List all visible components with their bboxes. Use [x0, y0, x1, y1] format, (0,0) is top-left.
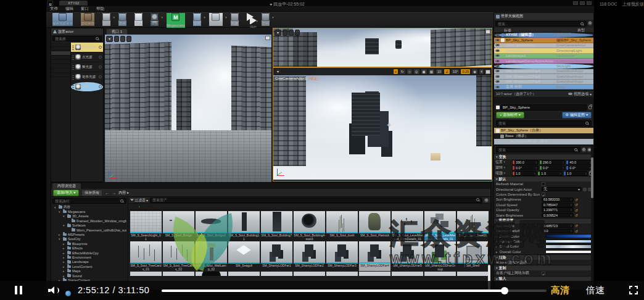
visibility-eye-icon[interactable]: [495, 34, 500, 36]
color-swatch[interactable]: [545, 234, 592, 238]
toolbar-button[interactable]: 设置: [151, 13, 159, 26]
section-transform[interactable]: 变换: [494, 154, 593, 159]
world-space-icon[interactable]: ◎: [413, 69, 420, 75]
drag-handle-icon[interactable]: [72, 55, 74, 60]
viewport-menu-button[interactable]: [295, 30, 300, 36]
placeable-actor[interactable]: 聚光源: [71, 62, 103, 72]
folder-tree-item[interactable]: ▾ 内容: [52, 205, 126, 209]
reset-icon[interactable]: ↺: [575, 223, 578, 228]
visibility-eye-icon[interactable]: [495, 70, 500, 72]
component-row[interactable]: BP_Sky_Sphere（自身）: [494, 128, 593, 133]
actor-name-field[interactable]: BP_Sky_Sphere: [501, 104, 587, 110]
place-category[interactable]: [51, 56, 70, 60]
content-browser-tab[interactable]: 内容浏览器: [52, 183, 81, 189]
asset-item[interactable]: SM_ShantyLODFar2: [294, 241, 325, 271]
folder-tree-item[interactable]: ▾ SoulCity: [52, 237, 126, 241]
menu-item[interactable]: 文件: [50, 6, 58, 12]
expander-icon[interactable]: ▸: [63, 256, 66, 259]
viewport-menu-button[interactable]: [283, 30, 287, 36]
expander-icon[interactable]: ▾: [59, 237, 62, 241]
rotate-tool-icon[interactable]: ↻: [399, 69, 406, 75]
outliner-row[interactable]: BP_Sky_Sphere 编辑BP_Sky_Sphere: [494, 38, 593, 43]
location-z-field[interactable]: 40.0↕: [566, 160, 592, 165]
filter-chip[interactable]: [147, 206, 154, 207]
asset-search-input[interactable]: [152, 198, 476, 202]
place-category[interactable]: [51, 60, 70, 64]
info-icon[interactable]: [99, 75, 102, 78]
folder-tree-item[interactable]: ▸ Effects: [52, 246, 126, 251]
place-category[interactable]: [51, 64, 70, 69]
drag-handle-icon[interactable]: [72, 75, 74, 80]
info-icon[interactable]: [99, 56, 102, 59]
expander-icon[interactable]: ▾: [59, 210, 62, 214]
visibility-eye-icon[interactable]: [495, 60, 500, 62]
details-search-input[interactable]: [498, 121, 585, 126]
section-rendering[interactable]: 渲染: [494, 254, 593, 260]
info-icon[interactable]: [99, 65, 102, 69]
expander-icon[interactable]: ▸: [63, 265, 66, 269]
scale-tool-icon[interactable]: ◇: [407, 69, 413, 75]
details-scrollbar[interactable]: [591, 146, 593, 291]
piloted-viewport[interactable]: + ▾ + ↻ ◇ ◎ ▣ ▦ 10 ∠ 10° 0.25: [273, 68, 492, 180]
asset-item[interactable]: SM_S_Soul_LevelMerged_DamDetails_01: [392, 211, 423, 241]
viewport-2-window[interactable]: ▾ + ▾ + ↻ ◇: [273, 28, 492, 181]
property-search[interactable]: [496, 147, 580, 152]
menu-item[interactable]: 帮助: [96, 6, 104, 12]
camera-speed-icon[interactable]: ◉: [471, 69, 478, 75]
folder-tree-item[interactable]: ▸ Maps: [52, 269, 126, 273]
asset-item[interactable]: SM_S_Soul_bush: [326, 211, 358, 241]
place-category[interactable]: [51, 73, 70, 77]
toolbar-button[interactable]: 构建: [231, 13, 239, 26]
maximize-viewport-icon[interactable]: [485, 30, 490, 34]
tree-search-input[interactable]: [55, 199, 120, 204]
feedback-link[interactable]: 上报我反馈: [622, 2, 644, 6]
toolbar-button[interactable]: 市场: [134, 13, 142, 26]
outliner-row[interactable]: SM_ShantyLODFar4 StaticMeshActor: [494, 69, 593, 74]
color-swatch[interactable]: [545, 250, 592, 254]
viewport-tab[interactable]: 视口 1: [107, 29, 127, 35]
quality-button[interactable]: 高清: [551, 285, 569, 296]
place-category[interactable]: [51, 51, 70, 56]
location-x-field[interactable]: 330.0↕: [512, 160, 539, 165]
toolbar-button[interactable]: 启动: [262, 13, 270, 26]
checkbox[interactable]: [542, 272, 545, 275]
folder-tree-item[interactable]: Framed_Wooden_Window_vmgfab: [52, 219, 126, 223]
property-settings-icon[interactable]: ⚙: [582, 148, 586, 152]
outliner-search-input[interactable]: [498, 22, 580, 27]
component-row[interactable]: Base（继承）: [494, 133, 593, 139]
checkbox[interactable]: [542, 182, 545, 186]
fullscreen-icon[interactable]: [629, 286, 638, 294]
level-title-tab[interactable]: XTY02: [59, 1, 88, 6]
section-default[interactable]: 默认: [494, 176, 593, 181]
number-field[interactable]: 1.299771↕: [542, 207, 574, 212]
visibility-eye-icon[interactable]: [495, 49, 500, 52]
viewport-menu-button[interactable]: [283, 71, 287, 72]
asset-item[interactable]: SM_S_Soul_LevelMerged_DamWalls_01: [424, 211, 456, 241]
outliner-row[interactable]: DirectionalLight DirectionalLight: [494, 48, 593, 53]
edit-blueprint-button[interactable]: ⚙ 编辑蓝图 ▾: [562, 112, 592, 119]
asset-item[interactable]: SM_S_Soul_BuildingAsset3: [294, 211, 325, 241]
breadcrumb[interactable]: 内容 ▸: [118, 190, 129, 196]
checkbox[interactable]: [542, 260, 545, 264]
outliner-row[interactable]: 盒体 画刷 Brush: [494, 85, 593, 90]
scale-y-field[interactable]: 1.0↕: [537, 171, 562, 176]
visibility-eye-icon[interactable]: [495, 80, 500, 83]
number-field[interactable]: 3.0↕: [542, 229, 574, 234]
progress-bar[interactable]: [162, 290, 547, 292]
reset-icon[interactable]: ↺: [575, 213, 578, 217]
place-search[interactable]: [52, 36, 102, 41]
asset-item[interactable]: SM_S_Soul_Building7: [261, 211, 292, 241]
place-category[interactable]: [51, 43, 70, 47]
grid-snap-value[interactable]: 10: [436, 69, 443, 75]
speed-button[interactable]: 倍速: [586, 285, 605, 296]
visibility-eye-icon[interactable]: [495, 86, 500, 88]
number-field[interactable]: 0.685723↕: [542, 223, 574, 228]
expander-icon[interactable]: ▸: [63, 260, 66, 264]
viewport-menu-button[interactable]: [289, 71, 294, 72]
expander-icon[interactable]: ▾: [63, 214, 66, 218]
asset-item[interactable]: SM_ShantyLODFar5: [392, 241, 423, 271]
info-icon[interactable]: [99, 85, 102, 88]
filter-chip[interactable]: [139, 206, 146, 207]
viewport-options-icon[interactable]: ▾: [275, 30, 281, 36]
expander-icon[interactable]: ▸: [63, 242, 66, 246]
